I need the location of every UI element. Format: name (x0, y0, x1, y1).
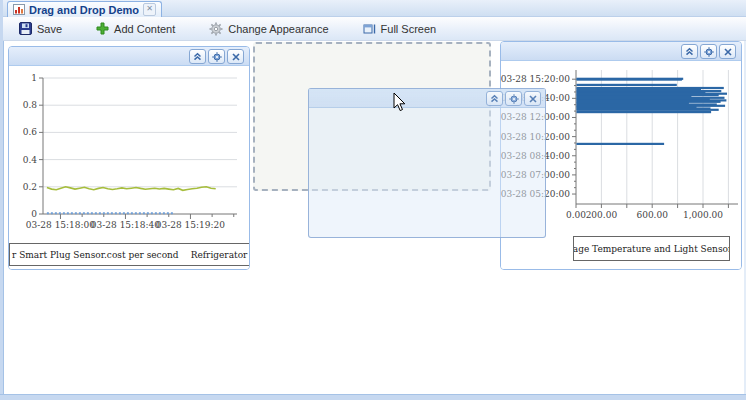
svg-text:200.00: 200.00 (586, 210, 618, 220)
gear-icon[interactable] (505, 91, 522, 106)
legend-label-cost: r Smart Plug Sensor.cost per second (12, 250, 179, 260)
gear-icon (209, 22, 223, 36)
toolbar: Save Add Content Change Appearance (3, 17, 746, 41)
panel-light-header[interactable] (501, 42, 741, 61)
collapse-icon[interactable] (681, 44, 698, 59)
drag-ghost-panel[interactable] (308, 88, 546, 238)
close-icon[interactable] (524, 91, 541, 106)
full-screen-label: Full Screen (381, 23, 437, 35)
drag-ghost-header-buttons (486, 91, 541, 106)
svg-text:1: 1 (31, 73, 37, 83)
mouse-cursor (393, 92, 407, 112)
svg-text:03-28 15:18:00: 03-28 15:18:00 (26, 220, 96, 230)
svg-text:0: 0 (31, 209, 37, 219)
save-label: Save (37, 23, 62, 35)
change-appearance-label: Change Appearance (228, 23, 328, 35)
close-icon[interactable] (719, 44, 736, 59)
panel-power-header[interactable] (9, 47, 249, 66)
panel-light-header-buttons (681, 44, 736, 59)
line-chart-legend: r Smart Plug Sensor.cost per second Refr… (9, 243, 250, 266)
collapse-icon[interactable] (189, 49, 206, 64)
tab-close-icon[interactable]: ✕ (143, 3, 156, 16)
line-chart: 00.20.40.60.8103-28 15:18:0003-28 15:18:… (9, 66, 247, 242)
add-icon (96, 22, 109, 35)
tab-drag-and-drop-demo[interactable]: Drag and Drop Demo ✕ (7, 1, 162, 17)
collapse-icon[interactable] (486, 91, 503, 106)
tab-strip: Drag and Drop Demo ✕ (3, 0, 746, 17)
window-edge-left (0, 0, 4, 400)
gear-icon[interactable] (700, 44, 717, 59)
panel-power-chart: 00.20.40.60.8103-28 15:18:0003-28 15:18:… (8, 46, 250, 270)
window-edge-bottom (0, 394, 746, 400)
add-content-button[interactable]: Add Content (92, 20, 179, 37)
close-icon[interactable] (227, 49, 244, 64)
tab-title: Drag and Drop Demo (29, 4, 139, 16)
save-button[interactable]: Save (15, 20, 66, 37)
chart-icon (13, 4, 25, 15)
bar-chart-legend: Garage Temperature and Light Sensor.ligh… (573, 236, 730, 261)
svg-text:0.6: 0.6 (23, 127, 38, 137)
change-appearance-button[interactable]: Change Appearance (205, 20, 332, 38)
svg-text:0.00: 0.00 (566, 210, 586, 220)
drag-ghost-header[interactable] (309, 89, 545, 108)
svg-text:1,000.00: 1,000.00 (683, 210, 723, 220)
svg-text:03-28 15:18:40: 03-28 15:18:40 (91, 220, 161, 230)
legend-label-garage: Garage Temperature and Light Sensor.ligh… (573, 244, 730, 254)
full-screen-button[interactable]: Full Screen (359, 21, 441, 37)
svg-text:600.00: 600.00 (636, 210, 668, 220)
svg-text:0.4: 0.4 (23, 155, 38, 165)
svg-text:03-28 15:20:00: 03-28 15:20:00 (501, 74, 570, 84)
panel-power-header-buttons (189, 49, 244, 64)
svg-text:03-28 15:19:20: 03-28 15:19:20 (156, 220, 226, 230)
gear-icon[interactable] (208, 49, 225, 64)
svg-text:0.8: 0.8 (23, 100, 38, 110)
svg-text:0.2: 0.2 (23, 182, 37, 192)
panel-power-body: 00.20.40.60.8103-28 15:18:0003-28 15:18:… (9, 66, 249, 269)
add-content-label: Add Content (114, 23, 175, 35)
legend-label-refrigerator: Refrigerator Smart Plug Sensor.cu (191, 250, 250, 260)
app-window: Drag and Drop Demo ✕ Save Add Content (0, 0, 746, 400)
save-icon (19, 22, 32, 35)
fullscreen-icon (363, 23, 376, 35)
